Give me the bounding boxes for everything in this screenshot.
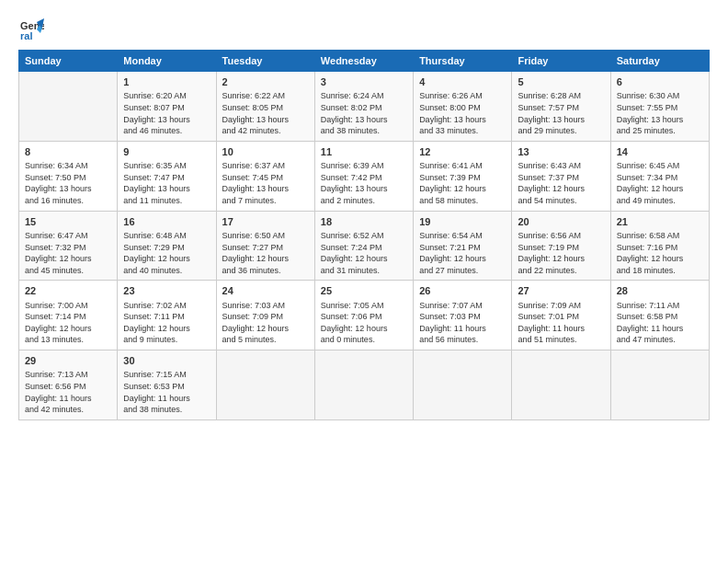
week-row-3: 15Sunrise: 6:47 AMSunset: 7:32 PMDayligh… [19, 211, 710, 281]
cal-cell: 9Sunrise: 6:35 AMSunset: 7:47 PMDaylight… [118, 141, 216, 211]
col-header-monday: Monday [118, 51, 216, 72]
cell-text: Sunrise: 7:03 AM [222, 300, 309, 312]
cal-cell: 2Sunrise: 6:22 AMSunset: 8:05 PMDaylight… [216, 72, 314, 142]
cell-text: Sunset: 7:16 PM [617, 242, 703, 254]
day-number: 13 [518, 145, 604, 159]
cell-text: Sunrise: 6:45 AM [617, 160, 703, 172]
cal-cell [512, 350, 610, 420]
cell-text: Daylight: 12 hours [25, 323, 111, 335]
cal-cell: 11Sunrise: 6:39 AMSunset: 7:42 PMDayligh… [314, 141, 413, 211]
cell-text: and 11 minutes. [123, 195, 210, 207]
cal-cell: 8Sunrise: 6:34 AMSunset: 7:50 PMDaylight… [19, 141, 118, 211]
cell-text: Sunset: 7:39 PM [419, 172, 506, 184]
day-number: 24 [222, 284, 309, 298]
cell-text: and 29 minutes. [518, 125, 604, 137]
day-number: 12 [419, 145, 506, 159]
day-number: 26 [419, 284, 506, 298]
cal-cell: 23Sunrise: 7:02 AMSunset: 7:11 PMDayligh… [118, 281, 216, 350]
cell-text: Daylight: 11 hours [25, 393, 111, 405]
cell-text: Sunset: 8:07 PM [123, 102, 210, 114]
cal-cell: 19Sunrise: 6:54 AMSunset: 7:21 PMDayligh… [414, 211, 512, 281]
day-number: 8 [25, 145, 111, 159]
cell-text: Sunrise: 6:48 AM [123, 230, 210, 242]
cell-text: Daylight: 12 hours [419, 253, 506, 265]
cell-text: and 56 minutes. [419, 334, 506, 346]
cell-text: Sunrise: 6:24 AM [321, 90, 407, 102]
cal-cell: 28Sunrise: 7:11 AMSunset: 6:58 PMDayligh… [610, 281, 709, 350]
day-number: 4 [419, 75, 506, 89]
cell-text: Daylight: 13 hours [25, 183, 111, 195]
cell-text: Sunrise: 7:00 AM [25, 300, 111, 312]
cell-text: Sunrise: 6:47 AM [25, 230, 111, 242]
cell-text: Sunset: 7:19 PM [518, 242, 604, 254]
cell-text: Sunset: 7:45 PM [222, 172, 309, 184]
cell-text: Sunset: 7:29 PM [123, 242, 210, 254]
cell-text: Daylight: 11 hours [419, 323, 506, 335]
cell-text: and 18 minutes. [617, 265, 703, 277]
cell-text: and 13 minutes. [25, 334, 111, 346]
cell-text: Sunset: 6:53 PM [123, 381, 210, 393]
cell-text: Daylight: 13 hours [321, 114, 407, 126]
cal-cell: 4Sunrise: 6:26 AMSunset: 8:00 PMDaylight… [414, 72, 512, 142]
day-number: 29 [25, 354, 111, 368]
cell-text: Sunrise: 6:28 AM [518, 90, 604, 102]
cell-text: and 42 minutes. [222, 125, 309, 137]
cell-text: Sunrise: 6:22 AM [222, 90, 309, 102]
cell-text: Sunrise: 6:58 AM [617, 230, 703, 242]
cell-text: Daylight: 13 hours [123, 114, 210, 126]
calendar-table: SundayMondayTuesdayWednesdayThursdayFrid… [18, 50, 710, 420]
cal-cell: 17Sunrise: 6:50 AMSunset: 7:27 PMDayligh… [216, 211, 314, 281]
cell-text: Sunset: 6:56 PM [25, 381, 111, 393]
header-row: SundayMondayTuesdayWednesdayThursdayFrid… [19, 51, 710, 72]
cal-cell: 18Sunrise: 6:52 AMSunset: 7:24 PMDayligh… [314, 211, 413, 281]
cell-text: Daylight: 12 hours [419, 183, 506, 195]
cell-text: Sunset: 7:09 PM [222, 311, 309, 323]
day-number: 2 [222, 75, 309, 89]
cell-text: Sunset: 7:34 PM [617, 172, 703, 184]
cell-text: and 36 minutes. [222, 265, 309, 277]
cal-cell: 26Sunrise: 7:07 AMSunset: 7:03 PMDayligh… [414, 281, 512, 350]
day-number: 19 [419, 215, 506, 229]
day-number: 17 [222, 215, 309, 229]
cell-text: Sunset: 7:57 PM [518, 102, 604, 114]
cell-text: Daylight: 12 hours [518, 183, 604, 195]
day-number: 11 [321, 145, 407, 159]
cell-text: Daylight: 12 hours [222, 323, 309, 335]
cal-cell: 24Sunrise: 7:03 AMSunset: 7:09 PMDayligh… [216, 281, 314, 350]
cell-text: Sunset: 8:00 PM [419, 102, 506, 114]
cell-text: Sunrise: 6:56 AM [518, 230, 604, 242]
cell-text: Daylight: 12 hours [321, 323, 407, 335]
cal-cell: 21Sunrise: 6:58 AMSunset: 7:16 PMDayligh… [610, 211, 709, 281]
cal-cell: 3Sunrise: 6:24 AMSunset: 8:02 PMDaylight… [314, 72, 413, 142]
cell-text: Sunrise: 6:39 AM [321, 160, 407, 172]
cal-cell: 27Sunrise: 7:09 AMSunset: 7:01 PMDayligh… [512, 281, 610, 350]
cell-text: Sunrise: 7:09 AM [518, 300, 604, 312]
day-number: 28 [617, 284, 703, 298]
cal-cell [19, 72, 118, 142]
cell-text: Sunset: 8:05 PM [222, 102, 309, 114]
cal-cell: 6Sunrise: 6:30 AMSunset: 7:55 PMDaylight… [610, 72, 709, 142]
cell-text: Sunrise: 6:20 AM [123, 90, 210, 102]
cal-cell: 14Sunrise: 6:45 AMSunset: 7:34 PMDayligh… [610, 141, 709, 211]
day-number: 18 [321, 215, 407, 229]
day-number: 15 [25, 215, 111, 229]
cell-text: Sunset: 7:06 PM [321, 311, 407, 323]
cell-text: Daylight: 12 hours [222, 253, 309, 265]
cell-text: Sunrise: 6:34 AM [25, 160, 111, 172]
cell-text: and 16 minutes. [25, 195, 111, 207]
cell-text: and 5 minutes. [222, 334, 309, 346]
cell-text: Sunset: 6:58 PM [617, 311, 703, 323]
cell-text: Sunrise: 7:02 AM [123, 300, 210, 312]
cell-text: and 33 minutes. [419, 125, 506, 137]
day-number: 25 [321, 284, 407, 298]
cell-text: and 25 minutes. [617, 125, 703, 137]
col-header-thursday: Thursday [414, 51, 512, 72]
cal-cell: 29Sunrise: 7:13 AMSunset: 6:56 PMDayligh… [19, 350, 118, 420]
cal-cell [314, 350, 413, 420]
cell-text: Sunset: 7:27 PM [222, 242, 309, 254]
cell-text: Daylight: 13 hours [518, 114, 604, 126]
cell-text: Sunrise: 6:37 AM [222, 160, 309, 172]
cell-text: and 7 minutes. [222, 195, 309, 207]
cell-text: Daylight: 12 hours [617, 183, 703, 195]
cal-cell [610, 350, 709, 420]
